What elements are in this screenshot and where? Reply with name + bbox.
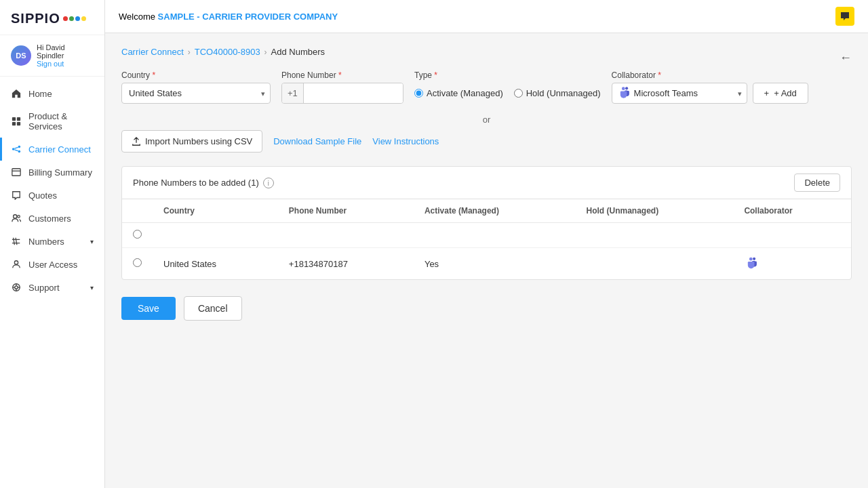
row-hold [575, 248, 733, 280]
breadcrumb-tco[interactable]: TCO40000-8903 [195, 47, 260, 57]
svg-point-5 [18, 146, 21, 148]
svg-rect-9 [12, 169, 20, 176]
sidebar-item-product-services-label: Product & Services [28, 111, 94, 131]
sidebar-item-product-services[interactable]: Product & Services [0, 105, 104, 138]
col-country: Country [153, 199, 278, 223]
row-phone: +18134870187 [278, 248, 414, 280]
svg-point-15 [15, 286, 18, 289]
add-button[interactable]: + + Add [753, 83, 808, 104]
sidebar-item-home-label: Home [28, 89, 52, 99]
table-title-text: Phone Numbers to be added (1) [133, 178, 259, 188]
table-select-row [122, 223, 851, 248]
connect-icon [11, 144, 22, 155]
header-hold-cell [575, 223, 733, 248]
sidebar-item-carrier-connect[interactable]: Carrier Connect [0, 138, 104, 161]
sidebar-item-home[interactable]: Home [0, 82, 104, 105]
save-button[interactable]: Save [121, 297, 176, 320]
svg-rect-3 [17, 122, 20, 125]
teams-icon [744, 255, 760, 271]
sidebar-item-support-label: Support [28, 283, 60, 293]
sidebar-item-quotes[interactable]: Quotes [0, 184, 104, 207]
collaborator-select[interactable]: Microsoft Teams [612, 83, 747, 104]
sidebar-item-customers-label: Customers [28, 214, 71, 224]
product-icon [11, 116, 22, 127]
support-icon [11, 282, 22, 293]
nav-menu: Home Product & Services Carrier Connect … [0, 77, 104, 488]
header-phone-cell [278, 223, 414, 248]
breadcrumb-sep-2: › [264, 47, 267, 57]
row-collaborator [733, 248, 851, 280]
teams-collab-icon [617, 85, 632, 102]
type-group: Type * Activate (Managed) Hold (Unmanage… [414, 70, 601, 104]
add-icon: + [764, 88, 770, 98]
import-csv-button[interactable]: Import Numbers using CSV [121, 130, 262, 152]
sign-out-link[interactable]: Sign out [37, 60, 94, 68]
table-header: Country Phone Number Activate (Managed) … [122, 199, 851, 223]
sidebar-item-numbers-label: Numbers [28, 237, 64, 247]
phone-numbers-table: Country Phone Number Activate (Managed) … [122, 199, 851, 279]
welcome-message: Welcome SAMPLE - CARRIER PROVIDER COMPAN… [119, 12, 338, 22]
sidebar-item-billing-summary[interactable]: Billing Summary [0, 161, 104, 184]
breadcrumb-carrier-connect[interactable]: Carrier Connect [121, 47, 184, 57]
svg-line-8 [14, 150, 18, 151]
user-section: DS Hi David Spindler Sign out [0, 35, 104, 77]
import-row: Import Numbers using CSV Download Sample… [121, 130, 852, 152]
select-all-radio[interactable] [133, 230, 142, 239]
col-collaborator: Collaborator [733, 199, 851, 223]
col-hold: Hold (Unmanaged) [575, 199, 733, 223]
upload-icon [132, 137, 141, 146]
import-btn-label: Import Numbers using CSV [145, 136, 252, 146]
sidebar-item-customers[interactable]: Customers [0, 207, 104, 230]
hold-label: Hold (Unmanaged) [526, 88, 601, 98]
activate-label: Activate (Managed) [427, 88, 503, 98]
select-all-cell [122, 223, 153, 248]
col-phone: Phone Number [278, 199, 414, 223]
sidebar-item-carrier-connect-label: Carrier Connect [28, 144, 91, 155]
svg-point-13 [14, 261, 18, 264]
back-button[interactable]: ← [840, 51, 852, 65]
type-radio-group: Activate (Managed) Hold (Unmanaged) [414, 83, 601, 104]
breadcrumb-sep-1: › [188, 47, 191, 57]
chat-icon-button[interactable] [835, 7, 854, 26]
svg-line-7 [14, 147, 18, 148]
hold-radio[interactable] [514, 89, 523, 98]
customers-icon [11, 213, 22, 224]
welcome-text: Welcome [119, 12, 155, 22]
activate-radio[interactable] [414, 89, 423, 98]
logo-area: SIPPIO [0, 0, 104, 35]
table-title: Phone Numbers to be added (1) i [133, 178, 274, 188]
user-info: Hi David Spindler Sign out [37, 43, 94, 68]
chevron-down-icon: ▾ [90, 238, 94, 245]
svg-point-6 [18, 150, 21, 153]
hold-radio-option[interactable]: Hold (Unmanaged) [514, 88, 601, 98]
row-activate: Yes [414, 248, 576, 280]
table-header-row: Phone Numbers to be added (1) i Delete [122, 167, 851, 199]
breadcrumb-row: Carrier Connect › TCO40000-8903 › Add Nu… [121, 47, 852, 70]
content-area: Carrier Connect › TCO40000-8903 › Add Nu… [105, 33, 868, 488]
table-row: United States +18134870187 Yes [122, 248, 851, 280]
cancel-button[interactable]: Cancel [184, 296, 242, 321]
delete-button[interactable]: Delete [794, 174, 840, 192]
phone-input-group: +1 [281, 83, 403, 104]
view-instructions-link[interactable]: View Instructions [372, 136, 439, 146]
country-select-wrapper: United States ▾ [121, 83, 271, 104]
logo-text: SIPPIO [11, 11, 60, 26]
form-row: Country * United States ▾ Phone Number *… [121, 70, 852, 104]
sidebar-item-user-access-label: User Access [28, 260, 77, 270]
user-greeting: Hi David Spindler [37, 43, 94, 60]
country-select[interactable]: United States [121, 83, 271, 104]
sidebar-item-numbers[interactable]: Numbers ▾ [0, 230, 104, 253]
sidebar-item-user-access[interactable]: User Access [0, 253, 104, 276]
info-icon[interactable]: i [263, 178, 274, 188]
activate-radio-option[interactable]: Activate (Managed) [414, 88, 503, 98]
download-sample-link[interactable]: Download Sample File [273, 136, 361, 146]
sidebar-item-support[interactable]: Support ▾ [0, 276, 104, 299]
sidebar-item-quotes-label: Quotes [28, 190, 57, 201]
header-activate-cell [414, 223, 576, 248]
collaborator-label: Collaborator * [612, 70, 808, 80]
phone-input[interactable] [304, 83, 403, 103]
user-access-icon [11, 259, 22, 270]
or-divider: or [121, 115, 852, 125]
row-radio[interactable] [133, 258, 142, 267]
avatar: DS [11, 45, 31, 66]
